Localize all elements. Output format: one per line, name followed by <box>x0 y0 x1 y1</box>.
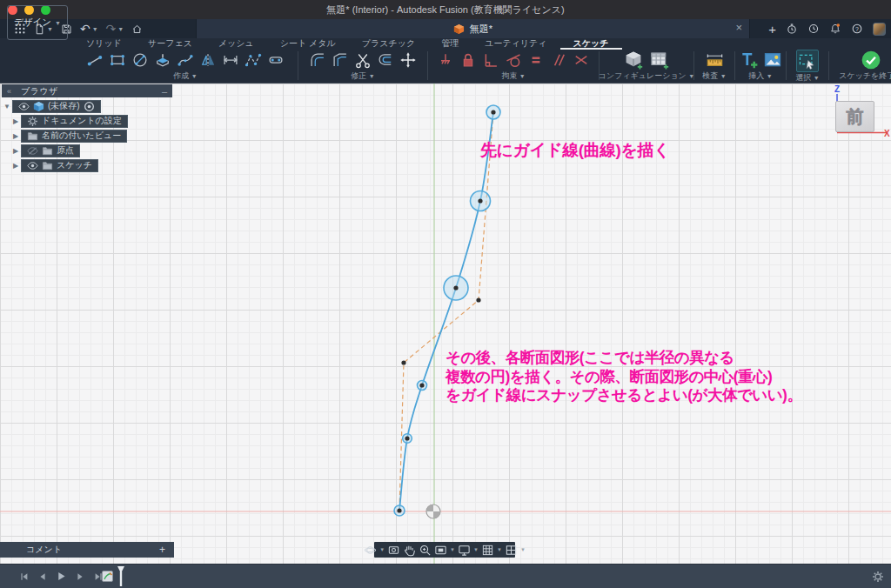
chevron-right-icon[interactable]: ▶ <box>10 132 21 140</box>
equal-constraint-icon[interactable] <box>527 51 545 69</box>
collinear-constraint-icon[interactable] <box>573 51 590 69</box>
sketch-canvas[interactable]: « ブラウザ – ▼(未保存)▶ドキュメントの設定▶名前の付いたビュー▶原点▶ス… <box>0 84 891 564</box>
ribbon-tab-8[interactable]: スケッチ <box>560 38 622 50</box>
chevron-down-icon[interactable]: ▼ <box>2 103 12 110</box>
config-cube-icon[interactable] <box>623 50 644 70</box>
chevron-right-icon[interactable]: ▶ <box>10 147 21 155</box>
orbit-icon[interactable] <box>364 544 377 557</box>
job-status-icon[interactable] <box>786 23 798 35</box>
sketch-point-5[interactable] <box>401 360 405 364</box>
timeline-settings-gear-icon[interactable] <box>872 571 884 583</box>
circle-icon[interactable] <box>131 51 149 69</box>
pan-icon[interactable] <box>403 544 416 557</box>
minimize-panel-icon[interactable]: – <box>162 86 167 97</box>
eye-icon[interactable] <box>18 101 30 112</box>
activate-component-icon[interactable] <box>84 101 95 112</box>
browser-item-1-chip[interactable]: ドキュメントの設定 <box>21 115 128 128</box>
step-back-icon[interactable] <box>37 571 48 582</box>
insert-image-icon[interactable] <box>763 50 782 70</box>
spline-icon[interactable] <box>177 51 194 69</box>
zoom-icon[interactable] <box>419 544 432 557</box>
offset-icon[interactable] <box>377 51 394 69</box>
sketch-point-8[interactable] <box>397 508 401 512</box>
ribbon-tab-3[interactable]: メッシュ <box>205 38 267 50</box>
sketch-point-6[interactable] <box>419 383 424 387</box>
chevron-right-icon[interactable]: ▶ <box>10 162 21 170</box>
browser-root-chip[interactable]: (未保存) <box>12 100 101 113</box>
version-history-icon[interactable] <box>807 23 820 35</box>
spline-control-polygon[interactable] <box>399 112 493 511</box>
origin-marker[interactable] <box>426 504 440 518</box>
sketch-point-7[interactable] <box>405 436 409 440</box>
fillet-icon[interactable] <box>309 51 326 69</box>
document-tab[interactable]: 無題* × <box>196 19 750 38</box>
browser-item-3[interactable]: ▶原点 <box>10 144 172 157</box>
group-label[interactable]: 挿入 ▼ <box>748 70 772 84</box>
view-cube[interactable]: Z X 前 <box>825 85 891 141</box>
comments-bar[interactable]: コメント + <box>0 542 174 558</box>
sketch-feature-icon[interactable] <box>101 569 115 583</box>
dimension-icon[interactable] <box>222 51 239 69</box>
browser-item-1[interactable]: ▶ドキュメントの設定 <box>10 115 172 127</box>
eye-icon[interactable] <box>27 160 38 171</box>
group-label[interactable]: 検査 ▼ <box>702 70 726 84</box>
undo-icon-button[interactable]: ↶▼ <box>80 23 98 35</box>
browser-header[interactable]: « ブラウザ – <box>2 84 172 97</box>
sketch-point-3[interactable] <box>453 285 458 290</box>
chevron-right-icon[interactable]: ▶ <box>10 117 21 125</box>
browser-item-4-chip[interactable]: スケッチ <box>21 159 98 172</box>
ribbon-tab-6[interactable]: 管理 <box>428 38 472 50</box>
trim-scissors-icon[interactable] <box>354 51 372 69</box>
sketch-point-2[interactable] <box>478 198 482 203</box>
rectangle-icon[interactable] <box>109 51 126 69</box>
redo-icon-button[interactable]: ↷▼ <box>106 23 124 35</box>
avatar[interactable] <box>873 23 886 36</box>
control-spline-icon[interactable] <box>245 51 262 69</box>
mirror-icon[interactable] <box>199 51 217 69</box>
browser-item-2-chip[interactable]: 名前の付いたビュー <box>21 130 127 143</box>
help-icon[interactable]: ? <box>851 23 863 35</box>
move-copy-icon[interactable] <box>399 51 417 69</box>
parallel-constraint-icon[interactable] <box>550 51 567 69</box>
group-label[interactable]: コンフィギュレーション ▼ <box>599 70 695 84</box>
group-label[interactable]: 修正 ▼ <box>351 70 374 84</box>
group-label[interactable]: 作成 ▼ <box>173 70 197 84</box>
browser-item-2[interactable]: ▶名前の付いたビュー <box>10 130 172 142</box>
ribbon-tab-5[interactable]: プラスチック <box>349 38 428 50</box>
guide-spline-curve[interactable] <box>399 112 493 511</box>
fit-icon[interactable] <box>434 544 447 557</box>
insert-text-icon[interactable] <box>739 50 758 70</box>
look-at-icon[interactable] <box>387 544 400 557</box>
collapse-panel-icon[interactable]: « <box>7 87 11 96</box>
measure-icon[interactable] <box>706 51 724 70</box>
notifications-icon[interactable] <box>829 23 841 35</box>
ribbon-tab-4[interactable]: シート メタル <box>267 38 349 50</box>
sketch-line-icon[interactable] <box>86 51 104 69</box>
project-icon[interactable] <box>154 51 171 69</box>
timeline-position-marker[interactable] <box>117 565 125 588</box>
group-label[interactable]: スケッチを終了 ▼ <box>839 70 891 84</box>
slot-icon[interactable] <box>267 51 285 69</box>
config-table-icon[interactable] <box>649 50 670 70</box>
browser-item-4[interactable]: ▶スケッチ <box>10 159 172 171</box>
perpendicular-constraint-icon[interactable] <box>482 51 499 69</box>
group-label[interactable]: 拘束 ▼ <box>501 70 525 84</box>
view-cube-front-face[interactable]: 前 <box>835 101 874 132</box>
browser-item-3-chip[interactable]: 原点 <box>21 144 80 157</box>
sketch-point-1[interactable] <box>491 110 495 114</box>
eye-off-icon[interactable] <box>27 145 38 157</box>
workspace-selector[interactable]: デザイン ▼ <box>7 5 68 40</box>
step-forward-icon[interactable] <box>75 571 85 582</box>
play-icon[interactable] <box>56 571 67 582</box>
extend-icon[interactable] <box>332 51 349 69</box>
add-tab-icon[interactable]: + <box>768 23 776 36</box>
skip-start-icon[interactable] <box>19 571 30 582</box>
close-tab-icon[interactable]: × <box>735 21 742 34</box>
ribbon-tab-7[interactable]: ユーティリティ <box>472 38 559 50</box>
ribbon-tab-2[interactable]: サーフェス <box>135 38 205 50</box>
display-settings-icon[interactable] <box>458 544 471 557</box>
ribbon-tab-1[interactable]: ソリッド <box>73 38 135 50</box>
finish-sketch-icon[interactable] <box>861 50 881 70</box>
sketch-point-4[interactable] <box>476 297 480 302</box>
add-comment-icon[interactable]: + <box>159 544 165 556</box>
